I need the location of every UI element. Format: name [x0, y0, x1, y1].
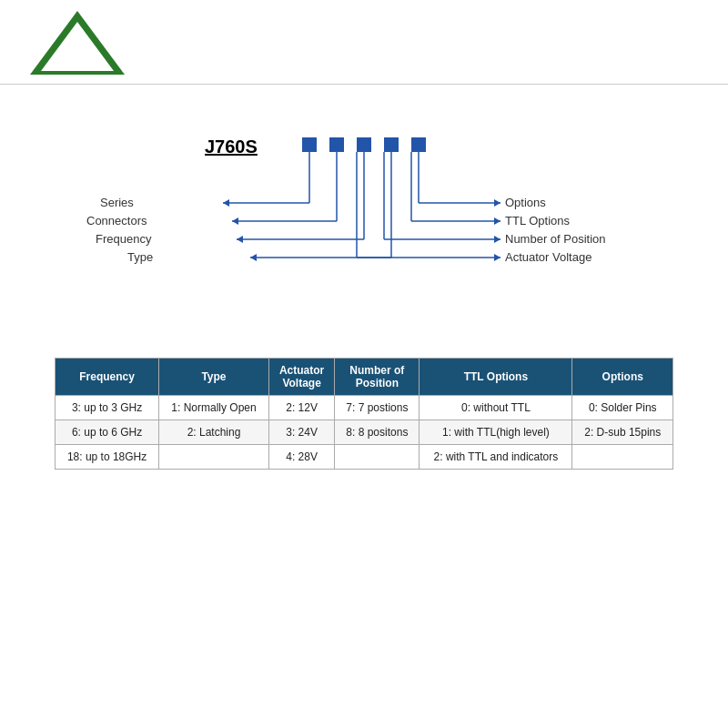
- table-cell: 1: Normally Open: [159, 396, 269, 420]
- th-type: Type: [159, 359, 269, 396]
- table-section: Frequency Type ActuatorVoltage Number of…: [55, 358, 673, 470]
- specs-table: Frequency Type ActuatorVoltage Number of…: [55, 358, 673, 470]
- square-1: [302, 137, 317, 152]
- table-cell: 4: 28V: [268, 445, 335, 470]
- table-cell: 7: 7 postions: [335, 396, 420, 420]
- label-connectors: Connectors: [86, 214, 147, 228]
- triangle-inner: [41, 22, 114, 71]
- table-cell: 6: up to 6 GHz: [56, 420, 159, 445]
- arrow-num-position: [494, 236, 500, 243]
- arrow-ttl-options: [494, 217, 500, 225]
- square-4: [384, 137, 399, 152]
- table-cell: [159, 445, 269, 470]
- label-ttl-options: TTL Options: [505, 214, 571, 228]
- th-options: Options: [572, 359, 673, 396]
- label-type: Type: [127, 250, 153, 264]
- table-row: 6: up to 6 GHz2: Latching3: 24V8: 8 posi…: [56, 420, 673, 445]
- label-frequency: Frequency: [96, 232, 152, 246]
- header: [0, 0, 728, 85]
- diagram-svg: J760S Series Connectors Frequen: [36, 103, 692, 358]
- th-ttl-options: TTL Options: [420, 359, 572, 396]
- table-row: 18: up to 18GHz4: 28V2: with TTL and ind…: [56, 445, 673, 470]
- table-cell: 0: Solder Pins: [572, 396, 673, 420]
- diagram-section: J760S Series Connectors Frequen: [36, 103, 692, 358]
- logo-area: [18, 11, 136, 76]
- arrow-connectors: [232, 217, 238, 225]
- table-cell: [572, 445, 673, 470]
- label-series: Series: [100, 196, 134, 209]
- square-5: [411, 137, 426, 152]
- th-frequency: Frequency: [56, 359, 159, 396]
- table-header-row: Frequency Type ActuatorVoltage Number of…: [56, 359, 673, 396]
- arrow-frequency: [237, 236, 243, 243]
- table-cell: 1: with TTL(high level): [420, 420, 572, 445]
- table-cell: [335, 445, 420, 470]
- table-cell: 2: 12V: [268, 396, 335, 420]
- arrow-options: [494, 199, 500, 207]
- logo-triangle: [32, 11, 123, 75]
- arrow-series: [223, 199, 229, 207]
- table-cell: 18: up to 18GHz: [56, 445, 159, 470]
- arrow-actuator: [494, 254, 500, 261]
- main-content: J760S Series Connectors Frequen: [0, 85, 728, 479]
- table-cell: 8: 8 positons: [335, 420, 420, 445]
- table-cell: 2: D-sub 15pins: [572, 420, 673, 445]
- table-cell: 2: with TTL and indicators: [420, 445, 572, 470]
- square-2: [329, 137, 344, 152]
- label-num-position: Number of Position: [505, 232, 606, 246]
- table-cell: 0: without TTL: [420, 396, 572, 420]
- square-3: [357, 137, 371, 152]
- table-cell: 3: 24V: [268, 420, 335, 445]
- table-cell: 2: Latching: [159, 420, 269, 445]
- table-cell: 3: up to 3 GHz: [56, 396, 159, 420]
- label-options: Options: [505, 196, 546, 209]
- model-label: J760S: [205, 136, 258, 157]
- table-row: 3: up to 3 GHz1: Normally Open2: 12V7: 7…: [56, 396, 673, 420]
- label-actuator: Actuator Voltage: [505, 250, 592, 264]
- arrow-type: [250, 254, 257, 261]
- th-number-position: Number ofPosition: [335, 359, 420, 396]
- th-actuator-voltage: ActuatorVoltage: [268, 359, 335, 396]
